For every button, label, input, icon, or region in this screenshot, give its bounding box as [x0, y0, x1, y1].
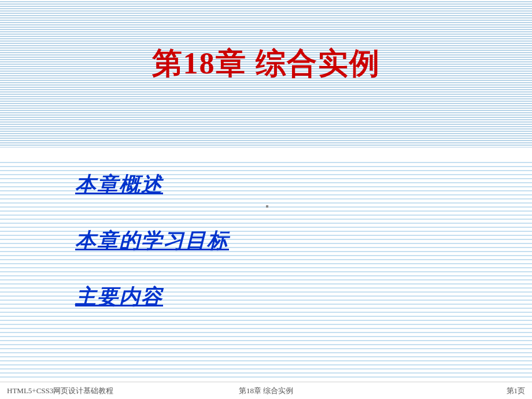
footer-book-title: HTML5+CSS3网页设计基础教程 — [7, 386, 180, 396]
slide-title: 第18章 综合实例 — [0, 43, 532, 84]
link-main-contents[interactable]: 主要内容 — [75, 283, 229, 311]
link-learning-objectives[interactable]: 本章的学习目标 — [75, 227, 229, 255]
slide-footer: HTML5+CSS3网页设计基础教程 第18章 综合实例 第1页 — [0, 382, 532, 399]
decorative-dot — [266, 205, 268, 208]
section-divider — [0, 147, 532, 159]
link-chapter-overview[interactable]: 本章概述 — [75, 171, 229, 199]
footer-page-number: 第1页 — [352, 386, 525, 396]
footer-chapter-title: 第18章 综合实例 — [180, 386, 353, 396]
content-links-group: 本章概述 本章的学习目标 主要内容 — [75, 171, 229, 339]
slide-container: 第18章 综合实例 本章概述 本章的学习目标 主要内容 HTML5+CSS3网页… — [0, 0, 532, 399]
